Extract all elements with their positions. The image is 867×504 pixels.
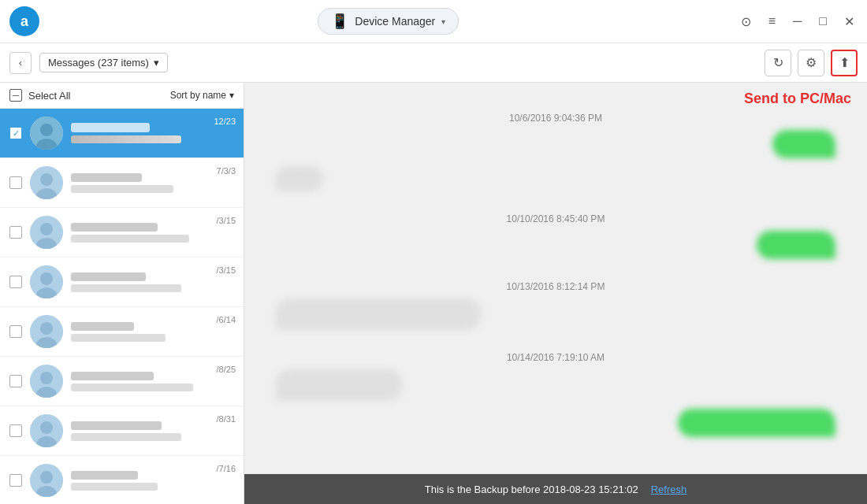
contact-info: [71, 223, 234, 243]
avatar: [30, 117, 63, 150]
svg-point-19: [40, 421, 53, 434]
list-item[interactable]: 12/23: [0, 109, 244, 158]
contact-date: /3/15: [217, 216, 236, 225]
svg-point-16: [40, 372, 53, 384]
contact-info: [71, 421, 234, 441]
avatar: [30, 315, 63, 348]
status-refresh-button[interactable]: Refresh: [651, 484, 687, 495]
contact-name: [71, 322, 134, 331]
contact-date: /3/15: [217, 265, 236, 275]
list-item[interactable]: /8/25: [0, 357, 244, 406]
export-button[interactable]: ⬆: [831, 50, 858, 76]
message-row: [276, 369, 835, 401]
select-all-label[interactable]: Select All: [28, 90, 70, 102]
svg-point-4: [40, 173, 53, 186]
list-item[interactable]: /3/15: [0, 258, 244, 307]
avatar: [30, 166, 63, 199]
minimize-button[interactable]: ─: [790, 11, 805, 32]
main-content: ─ Select All Sort by name ▾: [0, 83, 867, 504]
search-button[interactable]: ⊙: [738, 11, 754, 32]
app-logo: a: [9, 6, 39, 36]
right-panel: Send to PC/Mac 10/6/2016 9:04:36 PM 10/1…: [244, 83, 867, 504]
contact-name: [71, 173, 142, 182]
contact-preview: [71, 483, 158, 491]
maximize-button[interactable]: □: [816, 11, 830, 32]
contact-name: [71, 272, 146, 281]
menu-button[interactable]: ≡: [765, 11, 779, 32]
contact-info: [71, 123, 234, 143]
toolbar: ‹ Messages (237 items) ▾ ↻ ⚙ ⬆: [0, 43, 867, 83]
svg-point-13: [40, 322, 53, 335]
close-button[interactable]: ✕: [841, 11, 858, 32]
device-title-label: Device Manager: [355, 15, 435, 28]
contact-name: [71, 123, 150, 132]
contact-checkbox[interactable]: [9, 474, 22, 487]
timestamp: 10/13/2016 8:12:14 PM: [276, 281, 835, 292]
avatar: [30, 414, 63, 447]
contact-info: [71, 322, 234, 342]
contact-date: /8/31: [217, 414, 236, 424]
message-bubble-incoming: [276, 369, 402, 401]
toolbar-left: ‹ Messages (237 items) ▾: [9, 52, 168, 74]
toolbar-right: ↻ ⚙ ⬆: [765, 50, 858, 76]
back-button[interactable]: ‹: [9, 52, 32, 74]
list-item[interactable]: /8/31: [0, 406, 244, 456]
contact-info: [71, 471, 234, 491]
contact-name: [71, 372, 154, 380]
list-item[interactable]: /3/15: [0, 208, 244, 258]
sort-chevron: ▾: [229, 90, 234, 101]
messages-dropdown-label: Messages (237 items): [48, 57, 149, 69]
window-controls: ⊙ ≡ ─ □ ✕: [738, 11, 858, 32]
contact-preview: [71, 334, 166, 342]
contact-checkbox[interactable]: [9, 176, 22, 189]
status-bar: This is the Backup before 2018-08-23 15:…: [244, 474, 867, 504]
messages-dropdown[interactable]: Messages (237 items) ▾: [39, 53, 168, 72]
sort-button[interactable]: Sort by name ▾: [170, 90, 234, 101]
contact-name: [71, 471, 138, 480]
timestamp: 10/14/2016 7:19:10 AM: [276, 352, 835, 363]
message-row: [276, 409, 835, 437]
contact-date: 7/3/3: [217, 166, 236, 176]
title-bar: a 📱 Device Manager ▾ ⊙ ≡ ─ □ ✕: [0, 0, 867, 43]
contact-name: [71, 421, 162, 430]
settings-button[interactable]: ⚙: [798, 50, 824, 76]
contact-checkbox[interactable]: [9, 325, 22, 338]
message-row: [276, 231, 835, 259]
timestamp: 10/10/2016 8:45:40 PM: [276, 213, 835, 224]
contact-preview: [71, 433, 181, 441]
avatar: [30, 265, 63, 298]
contact-info: [71, 372, 234, 391]
device-icon: 📱: [331, 13, 348, 30]
left-panel: ─ Select All Sort by name ▾: [0, 83, 244, 504]
message-bubble-incoming: [276, 298, 481, 330]
contact-preview: [71, 284, 181, 292]
contact-checkbox[interactable]: [9, 127, 22, 139]
deselect-all-icon[interactable]: ─: [9, 89, 22, 102]
svg-point-7: [40, 223, 53, 235]
refresh-button[interactable]: ↻: [765, 50, 791, 76]
contact-info: [71, 272, 234, 292]
message-bubble-incoming: [276, 166, 323, 191]
message-row: [276, 298, 835, 330]
timestamp: 10/6/2016 9:04:36 PM: [276, 113, 835, 124]
message-area: 10/6/2016 9:04:36 PM 10/10/2016 8:45:40 …: [244, 83, 867, 474]
contact-date: 12/23: [214, 117, 236, 126]
sort-label: Sort by name: [170, 90, 226, 101]
messages-dropdown-chevron: ▾: [154, 57, 159, 69]
message-bubble-outgoing: [757, 231, 835, 259]
contact-info: [71, 173, 234, 193]
contact-checkbox[interactable]: [9, 375, 22, 387]
contact-checkbox[interactable]: [9, 226, 22, 239]
contact-checkbox[interactable]: [9, 424, 22, 437]
select-all-left: ─ Select All: [9, 89, 70, 102]
list-item[interactable]: /6/14: [0, 307, 244, 357]
contact-checkbox[interactable]: [9, 276, 22, 288]
contact-preview: [71, 135, 181, 143]
list-item[interactable]: 7/3/3: [0, 158, 244, 208]
device-manager-button[interactable]: 📱 Device Manager ▾: [318, 8, 459, 35]
message-row: [276, 166, 835, 191]
svg-point-1: [40, 124, 53, 136]
list-item[interactable]: /7/16: [0, 456, 244, 504]
message-bubble-outgoing: [678, 409, 835, 437]
contact-preview: [71, 235, 189, 243]
